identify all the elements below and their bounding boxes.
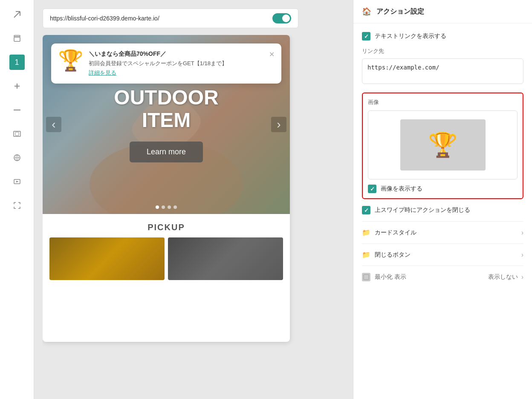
carousel-next-arrow[interactable]: › [271, 117, 286, 132]
pickup-item-1 [49, 237, 165, 280]
sidebar-layers-icon[interactable] [9, 31, 25, 46]
pickup-section: PICKUP [43, 214, 290, 287]
svg-rect-3 [14, 37, 20, 41]
sidebar-shape-icon[interactable] [9, 150, 25, 165]
link-dest-section: リンク先 https://example.com/ [362, 47, 523, 93]
min-display-label: 最小化 表示 [375, 273, 488, 281]
main-canvas: https://blissful-cori-d26399.demo-karte.… [34, 0, 353, 399]
svg-rect-9 [15, 132, 19, 136]
min-display-icon [362, 273, 370, 281]
panel-header: 🏠 アクション設定 [353, 0, 532, 23]
close-button-folder-icon: 📁 [362, 251, 370, 259]
sidebar-video-icon[interactable] [9, 174, 25, 189]
image-preview-box[interactable]: 🏆 [368, 110, 518, 179]
popup-content: ＼いまなら全商品70%OFF／ 初回会員登録でスペシャルクーポンをGET【1/1… [89, 50, 264, 77]
popup-title: ＼いまなら全商品70%OFF／ [89, 50, 264, 58]
canvas-area: 🏆 ＼いまなら全商品70%OFF／ 初回会員登録でスペシャルクーポンをGET【1… [43, 35, 344, 390]
svg-line-0 [14, 12, 20, 17]
carousel-dot-1[interactable] [156, 205, 159, 209]
page-number-label: 1 [14, 58, 19, 67]
close-button-label: 閉じるボタン [375, 251, 521, 259]
right-panel: 🏠 アクション設定 テキストリンクを表示する リンク先 https://exam… [353, 0, 532, 399]
pickup-item-2 [168, 237, 283, 280]
svg-rect-4 [14, 35, 20, 37]
min-display-value: 表示しない [488, 273, 518, 281]
image-show-row: 画像を表示する [368, 185, 518, 193]
panel-home-icon: 🏠 [362, 7, 371, 16]
carousel-dots [156, 205, 177, 209]
close-button-chevron-icon: › [521, 251, 523, 259]
image-section: 画像 🏆 画像を表示する [362, 93, 523, 199]
url-toggle[interactable] [272, 13, 291, 23]
popup-trophy-emoji: 🏆 [58, 50, 84, 71]
image-show-checkbox[interactable] [368, 185, 376, 193]
sidebar-page-1[interactable]: 1 [9, 55, 25, 70]
image-show-label: 画像を表示する [381, 185, 422, 193]
link-dest-input[interactable]: https://example.com/ [362, 58, 523, 84]
link-dest-label: リンク先 [362, 47, 523, 55]
panel-body: テキストリンクを表示する リンク先 https://example.com/ 画… [353, 23, 532, 399]
popup-close-button[interactable]: ✕ [269, 50, 275, 58]
text-link-checkbox[interactable] [362, 32, 370, 40]
carousel-dot-3[interactable] [168, 205, 171, 209]
card-style-label: カードスタイル [375, 229, 521, 237]
image-preview-trophy: 🏆 [400, 119, 486, 171]
url-text: https://blissful-cori-d26399.demo-karte.… [50, 15, 159, 22]
popup-notification: 🏆 ＼いまなら全商品70%OFF／ 初回会員登録でスペシャルクーポンをGET【1… [51, 43, 281, 84]
svg-marker-13 [16, 181, 19, 182]
image-section-label: 画像 [368, 98, 518, 106]
url-bar: https://blissful-cori-d26399.demo-karte.… [43, 9, 298, 28]
pickup-grid [49, 237, 283, 280]
popup-link[interactable]: 詳細を見る [89, 69, 264, 77]
card-style-chevron-icon: › [521, 229, 523, 237]
min-display-row[interactable]: 最小化 表示 表示しない › [362, 266, 523, 288]
hero-line1: OUTDOOR ITEM [114, 87, 218, 132]
sidebar-diagonal-icon[interactable] [9, 7, 25, 22]
swipe-close-row: 上スワイプ時にアクションを閉じる [362, 206, 523, 214]
panel-title: アクション設定 [376, 7, 424, 16]
carousel-prev-arrow[interactable]: ‹ [46, 117, 61, 132]
sidebar-device-icon[interactable] [9, 126, 25, 142]
card-style-folder-icon: 📁 [362, 228, 370, 237]
close-button-row[interactable]: 📁 閉じるボタン › [362, 243, 523, 266]
card-style-row[interactable]: 📁 カードスタイル › [362, 221, 523, 243]
left-sidebar: 1 [0, 0, 34, 399]
swipe-close-checkbox[interactable] [362, 206, 370, 214]
popup-desc: 初回会員登録でスペシャルクーポンをGET【1/18まで】 [89, 60, 264, 67]
sidebar-add-icon[interactable] [9, 78, 25, 94]
swipe-close-label: 上スワイプ時にアクションを閉じる [375, 206, 470, 214]
carousel-dot-2[interactable] [162, 205, 165, 209]
pickup-title: PICKUP [49, 223, 283, 232]
carousel-dot-4[interactable] [173, 205, 177, 209]
min-display-chevron-icon: › [521, 273, 523, 281]
learn-more-button[interactable]: Learn more [130, 142, 203, 162]
svg-rect-14 [364, 275, 369, 280]
sidebar-fullscreen-icon[interactable] [9, 198, 25, 213]
text-link-row: テキストリンクを表示する [362, 32, 523, 40]
phone-preview: 🏆 ＼いまなら全商品70%OFF／ 初回会員登録でスペシャルクーポンをGET【1… [43, 35, 290, 342]
sidebar-minus-icon[interactable] [9, 102, 25, 118]
text-link-label: テキストリンクを表示する [375, 32, 446, 40]
